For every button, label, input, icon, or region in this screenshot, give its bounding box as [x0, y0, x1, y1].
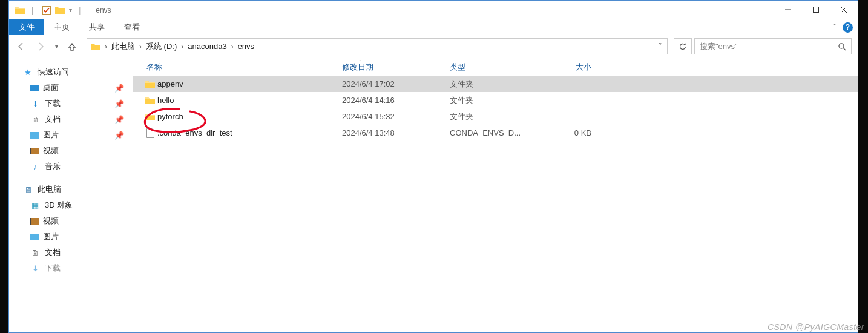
- sidebar-item-pictures-2[interactable]: 图片: [9, 229, 133, 245]
- column-headers: 名称 ˆ 修改日期 类型 大小: [133, 58, 858, 76]
- pc-icon: 🖥: [22, 185, 33, 194]
- file-date: 2024/6/4 13:48: [342, 128, 450, 137]
- file-row[interactable]: pytorch2024/6/4 15:32文件夹: [133, 108, 858, 125]
- nav-forward-button[interactable]: [32, 38, 49, 55]
- tab-share[interactable]: 共享: [79, 19, 114, 35]
- document-icon: 🗎: [30, 248, 41, 257]
- sidebar-item-videos-2[interactable]: 视频: [9, 213, 133, 229]
- file-date: 2024/6/4 15:32: [342, 112, 450, 121]
- crumb-this-pc[interactable]: 此电脑: [111, 41, 135, 52]
- sidebar-item-label: 视频: [43, 145, 59, 156]
- sidebar-item-documents-2[interactable]: 🗎文档: [9, 245, 133, 260]
- maximize-button[interactable]: [802, 1, 830, 19]
- sidebar-item-label: 图片: [43, 231, 59, 242]
- ribbon-tabs: 文件 主页 共享 查看 ˅ ?: [9, 19, 858, 35]
- crumb-sep-2[interactable]: ›: [181, 42, 183, 51]
- crumb-drive-d[interactable]: 系统 (D:): [146, 41, 177, 52]
- file-type: 文件夹: [450, 95, 542, 106]
- quick-access-label: 快速访问: [38, 67, 69, 77]
- file-name: hello: [157, 96, 342, 105]
- explorer-window: | ▾ | envs 文件 主页 共享 查看 ˅ ? ▾: [8, 0, 858, 333]
- window-title: envs: [96, 6, 111, 15]
- address-bar[interactable]: › 此电脑 › 系统 (D:) › anaconda3 › envs ˅: [87, 38, 668, 54]
- file-type: 文件夹: [450, 111, 542, 122]
- music-icon: ♪: [30, 162, 41, 171]
- crumb-envs[interactable]: envs: [238, 42, 254, 51]
- column-header-size[interactable]: 大小: [542, 62, 602, 73]
- file-row[interactable]: hello2024/6/4 14:16文件夹: [133, 92, 858, 108]
- sidebar-item-music[interactable]: ♪音乐: [9, 159, 133, 174]
- svg-rect-2: [814, 7, 819, 13]
- pin-icon: 📌: [114, 99, 124, 108]
- file-icon: [143, 128, 157, 138]
- file-list-pane: 名称 ˆ 修改日期 类型 大小 appenv2024/6/4 17:02文件夹h…: [133, 58, 858, 332]
- video-icon: [30, 218, 39, 225]
- file-type: 文件夹: [450, 79, 542, 90]
- help-icon[interactable]: ?: [843, 22, 853, 33]
- crumb-anaconda3[interactable]: anaconda3: [188, 42, 226, 51]
- pin-icon: 📌: [114, 115, 124, 124]
- ribbon-right: ˅ ?: [833, 19, 853, 35]
- tab-home[interactable]: 主页: [44, 19, 79, 35]
- folder-icon: [143, 96, 157, 104]
- file-date: 2024/6/4 14:16: [342, 96, 450, 105]
- titlebar-left: | ▾ | envs: [9, 6, 111, 15]
- crumb-sep-0[interactable]: ›: [105, 42, 107, 51]
- video-icon: [30, 148, 39, 154]
- svg-line-6: [843, 48, 846, 50]
- cube-icon: ▦: [30, 201, 41, 210]
- column-header-type[interactable]: 类型: [450, 62, 542, 73]
- window-controls: [774, 1, 858, 19]
- checkbox-icon[interactable]: [42, 6, 51, 15]
- sidebar-item-pictures[interactable]: 图片📌: [9, 127, 133, 143]
- close-button[interactable]: [830, 1, 858, 19]
- tab-view[interactable]: 查看: [114, 19, 150, 35]
- search-placeholder: 搜索"envs": [700, 41, 738, 52]
- nav-recent-dropdown[interactable]: ▾: [51, 38, 61, 55]
- tab-file[interactable]: 文件: [9, 19, 44, 35]
- sidebar-quick-access[interactable]: ★ 快速访问: [9, 64, 133, 80]
- sidebar-item-label: 文档: [45, 247, 61, 258]
- titlebar-separator-1: |: [31, 6, 33, 15]
- search-input[interactable]: 搜索"envs": [694, 38, 852, 54]
- sidebar-item-downloads-2[interactable]: ⬇下载: [9, 260, 133, 276]
- watermark: CSDN @PyAIGCMaster: [768, 322, 864, 332]
- minimize-button[interactable]: [774, 1, 802, 19]
- folder-icon-small[interactable]: [55, 6, 65, 14]
- sidebar-item-label: 图片: [43, 130, 59, 140]
- download-icon: ⬇: [30, 264, 41, 273]
- document-icon: 🗎: [30, 115, 41, 124]
- folder-icon: [143, 113, 157, 120]
- file-size: 0 KB: [542, 128, 602, 137]
- pin-icon: 📌: [114, 131, 124, 140]
- address-dropdown-icon[interactable]: ˅: [659, 42, 662, 50]
- file-row[interactable]: .conda_envs_dir_test2024/6/4 13:48CONDA_…: [133, 125, 858, 141]
- column-header-date[interactable]: 修改日期: [342, 62, 450, 73]
- svg-point-5: [839, 44, 844, 48]
- search-icon: [838, 42, 846, 51]
- chevron-down-icon[interactable]: ˅: [833, 23, 837, 31]
- file-name: .conda_envs_dir_test: [157, 128, 342, 137]
- sidebar-item-videos[interactable]: 视频: [9, 143, 133, 159]
- sidebar-nav: ★ 快速访问 桌面📌 ⬇下载📌 🗎文档📌 图片📌 视频 ♪音乐 🖥 此电脑 ▦3…: [9, 58, 133, 332]
- folder-icon: [15, 6, 25, 14]
- file-row[interactable]: appenv2024/6/4 17:02文件夹: [133, 76, 858, 92]
- crumb-sep-3[interactable]: ›: [231, 42, 234, 51]
- picture-icon: [30, 234, 39, 240]
- qat-dropdown-icon[interactable]: ▾: [69, 7, 72, 13]
- this-pc-label: 此电脑: [38, 184, 61, 195]
- nav-up-button[interactable]: [64, 38, 81, 55]
- sidebar-this-pc[interactable]: 🖥 此电脑: [9, 182, 133, 197]
- refresh-button[interactable]: [674, 38, 692, 54]
- crumb-sep-1[interactable]: ›: [139, 42, 142, 51]
- sort-indicator-icon: ˆ: [359, 60, 361, 67]
- file-name: pytorch: [157, 112, 342, 121]
- file-rows: appenv2024/6/4 17:02文件夹hello2024/6/4 14:…: [133, 76, 858, 141]
- sidebar-item-documents[interactable]: 🗎文档📌: [9, 111, 133, 127]
- nav-back-button[interactable]: [13, 38, 30, 55]
- sidebar-item-label: 文档: [45, 114, 61, 125]
- sidebar-item-downloads[interactable]: ⬇下载📌: [9, 96, 133, 111]
- sidebar-item-3d[interactable]: ▦3D 对象: [9, 197, 133, 213]
- column-header-name[interactable]: 名称: [146, 62, 342, 73]
- sidebar-item-desktop[interactable]: 桌面📌: [9, 80, 133, 96]
